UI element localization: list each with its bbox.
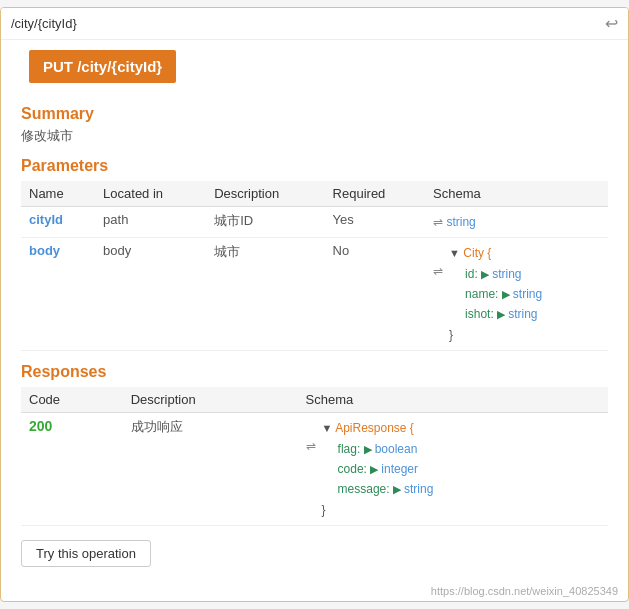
path-label: /city/{cityId} — [77, 58, 162, 75]
schema-city-fields: id: ▶ string name: ▶ string — [449, 264, 542, 325]
endpoint-header: PUT /city/{cityId} — [29, 50, 176, 83]
titlebar: /city/{cityId} ↩ — [1, 8, 628, 40]
try-operation-button[interactable]: Try this operation — [21, 540, 151, 567]
window-title: /city/{cityId} — [11, 16, 77, 31]
schema-val-ishot: string — [508, 307, 537, 321]
col-name: Name — [21, 181, 95, 207]
param-row-cityid: cityId path 城市ID Yes ⇌ string — [21, 206, 608, 237]
method-label: PUT — [43, 58, 73, 75]
field-arrow-message[interactable]: ▶ — [393, 483, 404, 495]
param-schema-cityid: ⇌ string — [425, 206, 608, 237]
schema-city-header: ▼ City { — [449, 243, 542, 263]
schema-field-flag: flag: ▶ boolean — [338, 439, 434, 459]
param-schema-body: ⇌ ▼ City { id: ▶ — [425, 238, 608, 351]
api-doc-window: /city/{cityId} ↩ PUT /city/{cityId} Summ… — [0, 7, 629, 602]
schema-apiresponse-fields: flag: ▶ boolean code: ▶ integer — [322, 439, 434, 500]
schema-field-id: id: ▶ string — [465, 264, 542, 284]
field-arrow-flag[interactable]: ▶ — [364, 443, 375, 455]
field-arrow-ishot[interactable]: ▶ — [497, 308, 508, 320]
schema-key-name: name: — [465, 287, 498, 301]
col-resp-schema: Schema — [298, 387, 608, 413]
schema-apiresponse-block: ▼ ApiResponse { flag: ▶ boolean — [322, 418, 434, 520]
param-desc-body: 城市 — [206, 238, 324, 351]
schema-val-id: string — [492, 267, 521, 281]
collapse-apiresponse-icon[interactable]: ▼ — [322, 422, 333, 434]
field-arrow-code[interactable]: ▶ — [370, 463, 381, 475]
back-icon[interactable]: ↩ — [605, 14, 618, 33]
response-schema-200: ⇌ ▼ ApiResponse { flag: ▶ — [298, 413, 608, 526]
schema-field-ishot: ishot: ▶ string — [465, 304, 542, 324]
schema-type-apiresponse: ApiResponse { — [335, 421, 414, 435]
footer-url: https://blog.csdn.net/weixin_40825349 — [1, 581, 628, 601]
schema-field-message: message: ▶ string — [338, 479, 434, 499]
schema-city-block: ▼ City { id: ▶ string — [449, 243, 542, 345]
param-locatedin-cityid: path — [95, 206, 206, 237]
col-resp-desc: Description — [123, 387, 298, 413]
schema-key-flag: flag: — [338, 442, 361, 456]
response-desc-200: 成功响应 — [123, 413, 298, 526]
schema-key-ishot: ishot: — [465, 307, 494, 321]
param-desc-cityid: 城市ID — [206, 206, 324, 237]
content-area: Summary 修改城市 Parameters Name Located in … — [1, 83, 628, 581]
col-schema: Schema — [425, 181, 608, 207]
schema-key-code: code: — [338, 462, 367, 476]
param-name-cityid: cityId — [21, 206, 95, 237]
schema-field-code: code: ▶ integer — [338, 459, 434, 479]
param-row-body: body body 城市 No ⇌ ▼ City { — [21, 238, 608, 351]
schema-type-city: City { — [463, 246, 491, 260]
col-code: Code — [21, 387, 123, 413]
response-code-200: 200 — [21, 413, 123, 526]
param-required-body: No — [325, 238, 426, 351]
schema-val-flag: boolean — [375, 442, 418, 456]
responses-section-title: Responses — [21, 363, 608, 381]
schema-key-message: message: — [338, 482, 390, 496]
param-required-cityid: Yes — [325, 206, 426, 237]
schema-val-code: integer — [381, 462, 418, 476]
response-row-200: 200 成功响应 ⇌ ▼ ApiResponse { — [21, 413, 608, 526]
responses-header-row: Code Description Schema — [21, 387, 608, 413]
parameters-section-title: Parameters — [21, 157, 608, 175]
responses-table: Code Description Schema 200 成功响应 ⇌ ▼ — [21, 387, 608, 526]
schema-city-close: } — [449, 325, 542, 345]
col-located: Located in — [95, 181, 206, 207]
schema-simple-type-cityid: string — [446, 215, 475, 229]
schema-val-message: string — [404, 482, 433, 496]
schema-apiresponse-header: ▼ ApiResponse { — [322, 418, 434, 438]
col-description: Description — [206, 181, 324, 207]
schema-exchange-200-icon: ⇌ — [306, 436, 316, 456]
param-name-body: body — [21, 238, 95, 351]
schema-exchange-icon: ⇌ — [433, 215, 443, 229]
col-required: Required — [325, 181, 426, 207]
field-arrow-id[interactable]: ▶ — [481, 268, 492, 280]
summary-section-title: Summary — [21, 105, 608, 123]
parameters-table: Name Located in Description Required Sch… — [21, 181, 608, 351]
schema-field-name: name: ▶ string — [465, 284, 542, 304]
schema-val-name: string — [513, 287, 542, 301]
schema-apiresponse-close: } — [322, 500, 434, 520]
schema-key-id: id: — [465, 267, 478, 281]
params-header-row: Name Located in Description Required Sch… — [21, 181, 608, 207]
summary-description: 修改城市 — [21, 127, 608, 145]
field-arrow-name[interactable]: ▶ — [502, 288, 513, 300]
collapse-icon[interactable]: ▼ — [449, 247, 460, 259]
schema-exchange-body-icon: ⇌ — [433, 261, 443, 281]
param-locatedin-body: body — [95, 238, 206, 351]
